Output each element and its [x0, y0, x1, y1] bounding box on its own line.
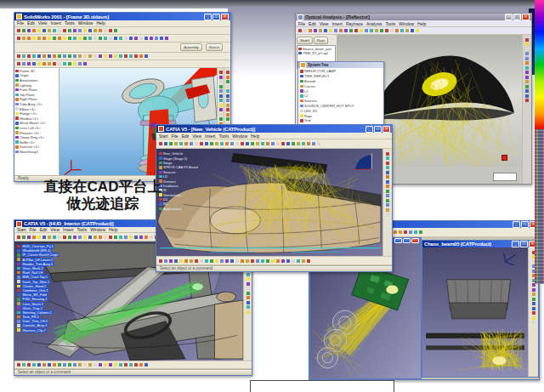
feature-icon	[15, 107, 19, 111]
caption-line-1: 直接在CAD平台上	[24, 179, 182, 196]
tree-item[interactable]: SPEOS CAA V5 Based	[159, 165, 198, 169]
menu-item[interactable]: Tools	[77, 227, 88, 232]
menu-item[interactable]: File	[172, 134, 178, 139]
close-button[interactable]: ×	[221, 14, 229, 20]
feature-icon	[15, 145, 19, 149]
maximize-button[interactable]: □	[520, 241, 528, 247]
menu-item[interactable]: Edit	[182, 134, 190, 139]
list-item[interactable]: TRW_R1_p7.opt	[298, 51, 334, 55]
caption-line-2: 做光迹追踪	[24, 196, 182, 213]
minimize-button[interactable]: _	[512, 241, 519, 247]
interior-spec-tree[interactable]: HUD_Concept_Prj.1Windshield (WS.1)IP_Car…	[17, 244, 59, 332]
feature-icon	[15, 88, 19, 92]
menu-item[interactable]: Insert	[205, 134, 216, 139]
tree-item[interactable]: MateGroup1	[15, 150, 58, 155]
marker-icon[interactable]	[502, 155, 507, 161]
palette-title-bar[interactable]: System Tree	[298, 62, 383, 68]
feature-icon	[15, 122, 19, 125]
optics-toolbar[interactable]	[296, 27, 531, 35]
menu-item[interactable]: Tools	[219, 134, 230, 139]
feature-icon	[15, 127, 19, 130]
menu-item[interactable]: Edit	[40, 227, 48, 232]
feature-icon	[15, 151, 19, 154]
viewport-3d-scene-lamp	[422, 247, 528, 377]
menu-item[interactable]: Window	[90, 227, 105, 232]
close-button[interactable]: ×	[522, 14, 530, 20]
vehicle-viewport[interactable]: New_VehicleStage (Stage.1)StageSPEOS CAA…	[156, 149, 382, 256]
menu-item[interactable]: View	[192, 134, 201, 139]
interior-bottom-toolbar[interactable]	[14, 361, 252, 369]
maximize-button[interactable]: □	[374, 126, 382, 133]
minimize-button[interactable]: _	[505, 14, 513, 20]
minimize-button[interactable]: _	[366, 126, 373, 133]
menu-item[interactable]: File	[17, 20, 24, 26]
menu-item[interactable]: Tools	[386, 21, 396, 26]
solidworks-toolbar-mode[interactable]: Assembly Sketch	[14, 43, 230, 53]
menu-item[interactable]: File	[30, 227, 37, 232]
solidworks-feature-tree[interactable]: Frame 3DOriginAnnotationsLightingFront P…	[14, 68, 60, 176]
menu-item[interactable]: Help	[251, 134, 259, 139]
menu-item[interactable]: Help	[96, 20, 105, 26]
lamp-viewport[interactable]	[422, 247, 528, 377]
lamp-housing	[446, 280, 510, 319]
menu-item[interactable]: Window	[399, 21, 414, 26]
vehicle-title-bar[interactable]: CATIA V5 - [New_Vehicle (CATProduct)] _□…	[156, 125, 392, 133]
menu-item[interactable]: View	[50, 227, 60, 232]
minimize-button[interactable]: _	[204, 14, 212, 20]
feature-icon	[15, 140, 19, 144]
menu-item[interactable]: Analysis	[366, 21, 382, 26]
maximize-button[interactable]: □	[521, 221, 529, 228]
feature-icon	[15, 79, 19, 82]
menu-item[interactable]: Insert	[332, 21, 343, 26]
menu-item[interactable]: Start	[159, 134, 168, 139]
solidworks-menu-bar: FileEditViewInsertToolsWindowHelp	[14, 20, 230, 27]
minimize-button[interactable]: _	[513, 221, 520, 228]
tab-model[interactable]: Model	[297, 37, 313, 44]
catia-app-icon	[158, 126, 164, 132]
close-button[interactable]: ×	[382, 126, 390, 133]
tab-rays[interactable]: Rays	[314, 37, 328, 44]
maximize-button[interactable]: □	[513, 14, 521, 20]
caption-text: 直接在CAD平台上 做光迹追踪	[24, 179, 182, 213]
solidworks-toolbar-assembly[interactable]	[14, 53, 230, 60]
menu-item[interactable]: Insert	[63, 227, 74, 232]
lamp-child-title-bar[interactable]: Chass_beam05 (CATProduct) _□×	[422, 241, 538, 247]
menu-item[interactable]: Insert	[50, 20, 61, 26]
menu-item[interactable]: View	[320, 21, 329, 26]
feature-icon	[15, 116, 19, 120]
vehicle-toolbar[interactable]	[156, 139, 392, 149]
palette-title: System Tree	[308, 63, 382, 67]
window-catia-vehicle: CATIA V5 - [New_Vehicle (CATProduct)] _□…	[156, 124, 393, 272]
interior-status-bar: Select an object or a command	[14, 369, 252, 375]
solidworks-toolbar-standard[interactable]	[14, 27, 230, 35]
menu-item[interactable]: Help	[417, 21, 426, 26]
menu-item[interactable]: Window	[232, 134, 247, 139]
vehicle-bottom-toolbar[interactable]	[156, 256, 392, 265]
vehicle-right-toolbar[interactable]	[382, 149, 392, 256]
menu-item[interactable]: Edit	[309, 21, 316, 26]
menu-item[interactable]: File	[298, 21, 305, 26]
sketch-mode-button[interactable]: Sketch	[206, 43, 223, 51]
menu-item[interactable]: View	[38, 20, 48, 26]
optics-title-bar[interactable]: Optical Analysis - [Reflector] _□×	[296, 14, 531, 20]
solidworks-title-bar[interactable]: SolidWorks 2001 - [Frame 3D.sldasm] _□×	[14, 13, 230, 20]
maximize-button[interactable]: □	[212, 14, 220, 20]
assembly-mode-button[interactable]: Assembly	[180, 43, 201, 51]
menu-item[interactable]: Start	[17, 227, 26, 232]
menu-item[interactable]: Tools	[65, 20, 75, 26]
menu-item[interactable]: Raytrace	[346, 21, 363, 26]
solidworks-window-controls: _□×	[204, 14, 229, 20]
menu-item[interactable]: Help	[109, 227, 117, 232]
tree-item[interactable]: Harness_Clip.7	[17, 328, 59, 332]
command-input[interactable]	[493, 173, 517, 181]
child-window-lamp-beam: Chass_beam05 (CATProduct) _□×	[422, 240, 539, 378]
menu-item[interactable]: Window	[78, 20, 94, 26]
beam-glow	[386, 286, 398, 294]
solidworks-toolbar-sketch[interactable]	[14, 60, 230, 68]
menu-item[interactable]: Edit	[27, 20, 35, 26]
solidworks-toolbar-view[interactable]	[14, 35, 230, 43]
solidworks-app-icon	[16, 14, 22, 20]
optics-right-scrollbar[interactable]	[522, 35, 531, 184]
feature-icon	[15, 131, 19, 134]
catia-app-icon	[16, 221, 22, 227]
